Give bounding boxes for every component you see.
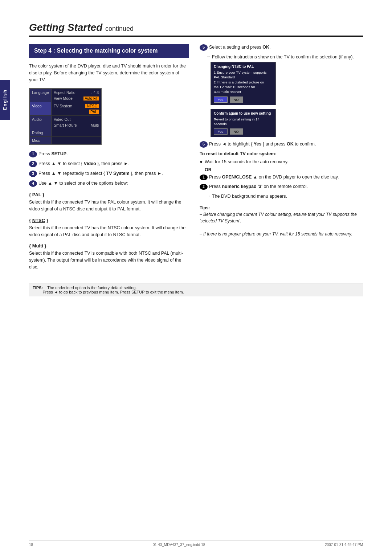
dialog2-body: Revert to original setting in 14 seconds [214,117,273,127]
menu-row-rating: Rating [30,129,101,137]
reset-step-2: 2 Press numeric keypad '3' on the remote… [200,183,359,190]
option-pal: { PAL } Select this if the connected TV … [29,192,189,213]
reset-heading: To reset to default TV color system: [200,151,359,156]
reset-step-text-2: Press numeric keypad '3' on the remote c… [209,183,359,190]
dialog2-yes-btn[interactable]: Yes [214,128,228,135]
menu-row-misc: Misc [30,137,101,144]
dialog1: Changing NTSC to PAL 1.Ensure your TV sy… [211,62,276,105]
bottom-tips-text1: The underlined option is the factory def… [47,286,136,290]
menu-option-aspect: Aspect Ratio : 4:3 [52,90,101,95]
bullet-dot-icon: ● [200,159,205,165]
footer-page-number: 18 [29,543,33,547]
option-multi-title: { Multi } [29,243,189,249]
menu-screenshot: Language Aspect Ratio : 4:3 View Mode Au… [29,88,102,145]
reset-step-text-1: Press OPEN/CLOSE ▲ on the DVD player to … [209,174,359,180]
reset-step-num-1: 1 [200,175,208,180]
step-item-5: 5 Select a setting and press OK. [200,44,359,51]
dialog2: Confirm again to use new setting Revert … [211,109,276,138]
option-ntsc-title: { NTSC } [29,218,189,223]
menu-label-language: Language [30,89,52,102]
reset-section: To reset to default TV color system: ● W… [200,151,359,200]
menu-options-language: Aspect Ratio : 4:3 View Mode Auto Fit [52,89,101,102]
dialog1-title: Changing NTSC to PAL [214,65,273,69]
bottom-tips-text2: Press ◄ to go back to previous menu item… [43,290,184,294]
menu-label-rating: Rating [30,129,52,136]
reset-step-2-sub: → The DVD background menu appears. [200,193,359,200]
col-right: 5 Select a setting and press OK. → Follo… [200,44,359,276]
page-title: Getting Started continued [29,22,363,33]
menu-option-viewmode: View Mode Auto Fit [52,95,101,101]
menu-option-smartpicture: Smart Picture Multi [52,122,101,128]
english-tab: English [0,80,10,120]
page-title-continued: continued [105,25,134,32]
intro-text: The color system of the DVD player, disc… [29,63,189,83]
step-text-1: Press SETUP. [38,151,189,157]
option-ntsc-text: Select this if the connected TV has the … [29,225,189,238]
step-text-5: Select a setting and press OK. [209,44,359,50]
page-header: Getting Started continued [29,22,363,37]
dialog2-buttons: Yes NO [214,128,273,135]
dialog1-no-btn[interactable]: NO [230,97,243,103]
menu-row-audio: Audio Video Out Smart Picture Multi [30,116,101,129]
page-container: English Getting Started continued Step 4… [0,0,392,554]
reset-step-num-2: 2 [200,184,208,190]
step-num-2: 2 [29,161,37,167]
menu-row-video: Video TV System NTSC PAL [30,102,101,116]
step-item-4: 4 Use ▲ ▼ to select one of the options b… [29,180,189,187]
step-num-1: 1 [29,151,37,157]
step-num-3: 3 [29,171,37,177]
step-item-6: 6 Press ◄ to highlight { Yes } and press… [200,141,359,148]
bottom-tips-bar: TIPS: The underlined option is the facto… [29,283,363,296]
step-item-2: 2 Press ▲ ▼ to select { Video }, then pr… [29,160,189,167]
arrow-right-icon-2: → [206,193,211,199]
tips-label: Tips: [200,205,359,211]
menu-option-videoout: Video Out [52,116,101,122]
menu-options-rating [52,129,101,136]
menu-label-misc: Misc [30,137,52,144]
dialog-area: Changing NTSC to PAL 1.Ensure your TV sy… [200,62,359,137]
reset-step-1: 1 Press OPEN/CLOSE ▲ on the DVD player t… [200,174,359,180]
option-pal-title: { PAL } [29,192,189,197]
option-multi: { Multi } Select this if the connected T… [29,243,189,270]
step-item-1: 1 Press SETUP. [29,151,189,157]
step-num-6: 6 [200,141,208,148]
step-item-3: 3 Press ▲ ▼ repeatedly to select { TV Sy… [29,170,189,177]
step-num-4: 4 [29,180,37,187]
menu-options-misc [52,137,101,144]
arrow-right-icon: → [206,54,211,60]
menu-label-audio: Audio [30,116,52,129]
dialog2-no-btn[interactable]: NO [230,128,243,135]
menu-label-video: Video [30,102,52,115]
menu-row-language: Language Aspect Ratio : 4:3 View Mode Au… [30,89,101,102]
menu-option-tvsystem: TV System NTSC [52,103,101,109]
two-col-layout: Step 4 : Selecting the matching color sy… [29,44,363,276]
dialog1-yes-btn[interactable]: Yes [214,97,228,103]
or-text: OR [205,167,359,172]
reset-bullet1-text: Wait for 15 seconds for the auto recover… [205,159,289,165]
footer-right: 2007-01-31 4:49:47 PM [325,543,363,547]
menu-options-audio: Video Out Smart Picture Multi [52,116,101,129]
step-text-2: Press ▲ ▼ to select { Video }, then pres… [38,160,189,167]
dialog1-buttons: Yes NO [214,97,273,103]
menu-options-video: TV System NTSC PAL [52,102,101,115]
reset-bullet1: ● Wait for 15 seconds for the auto recov… [200,159,359,165]
bottom-tips-label: TIPS: [33,286,43,290]
step-text-6: Press ◄ to highlight { Yes } and press O… [209,141,359,147]
tips-section: Tips: – Before changing the current TV c… [200,205,359,237]
step-text-4: Use ▲ ▼ to select one of the options bel… [38,180,189,186]
col-left: Step 4 : Selecting the matching color sy… [29,44,189,276]
step-5-sub-text: Follow the instructions show on the TV t… [212,54,354,60]
reset-step-2-sub-text: The DVD background menu appears. [212,193,287,200]
step-5-sub: → Follow the instructions show on the TV… [200,54,359,60]
dialog2-title: Confirm again to use new setting [214,111,273,115]
steps-list-left: 1 Press SETUP. 2 Press ▲ ▼ to select { V… [29,151,189,187]
step-num-5: 5 [200,44,208,51]
menu-option-pal: PAL [52,109,101,115]
step-title: Step 4 : Selecting the matching color sy… [34,48,184,54]
step-heading: Step 4 : Selecting the matching color sy… [29,44,189,58]
option-multi-text: Select this if the connected TV is compa… [29,250,189,270]
english-tab-label: English [3,89,8,110]
footer-left: 01-43_MDV437_37_eng.indd 18 [153,543,205,547]
dialog1-body: 1.Ensure your TV system supports PAL Sta… [214,70,273,94]
option-ntsc: { NTSC } Select this if the connected TV… [29,218,189,238]
